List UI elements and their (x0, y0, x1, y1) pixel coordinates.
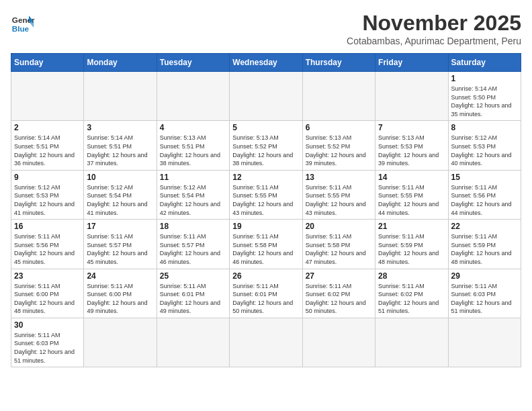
sunset-label: Sunset: 6:00 PM (87, 291, 132, 298)
sunrise-label: Sunrise: 5:11 AM (87, 233, 133, 240)
day-number: 17 (87, 222, 153, 231)
calendar-cell: 25 Sunrise: 5:11 AM Sunset: 6:01 PM Dayl… (157, 269, 229, 318)
daylight-label: Daylight: 12 hours and 45 minutes. (14, 250, 75, 265)
day-info: Sunrise: 5:11 AM Sunset: 6:00 PM Dayligh… (14, 282, 81, 316)
daylight-label: Daylight: 12 hours and 46 minutes. (232, 250, 293, 265)
sunrise-label: Sunrise: 5:11 AM (451, 184, 498, 191)
calendar-cell (11, 72, 84, 121)
header-tuesday: Tuesday (157, 54, 229, 72)
day-info: Sunrise: 5:11 AM Sunset: 5:55 PM Dayligh… (378, 183, 445, 217)
sunset-label: Sunset: 5:51 PM (14, 143, 59, 150)
day-info: Sunrise: 5:13 AM Sunset: 5:52 PM Dayligh… (232, 134, 299, 167)
calendar-cell: 5 Sunrise: 5:13 AM Sunset: 5:52 PM Dayli… (230, 121, 302, 170)
daylight-label: Daylight: 12 hours and 39 minutes. (378, 152, 439, 167)
daylight-label: Daylight: 12 hours and 51 minutes. (451, 300, 512, 315)
logo: General Blue (11, 11, 35, 35)
daylight-label: Daylight: 12 hours and 38 minutes. (232, 152, 293, 167)
sunrise-label: Sunrise: 5:14 AM (451, 85, 498, 92)
sunset-label: Sunset: 5:55 PM (232, 192, 277, 199)
day-number: 20 (306, 222, 372, 231)
day-number: 15 (451, 173, 518, 182)
header-saturday: Saturday (448, 54, 521, 72)
svg-marker-3 (29, 21, 34, 28)
calendar-cell (230, 72, 302, 121)
day-info: Sunrise: 5:12 AM Sunset: 5:54 PM Dayligh… (160, 183, 226, 217)
day-number: 25 (160, 271, 226, 281)
day-info: Sunrise: 5:11 AM Sunset: 5:56 PM Dayligh… (14, 232, 81, 266)
day-info: Sunrise: 5:11 AM Sunset: 5:55 PM Dayligh… (306, 183, 372, 217)
day-number: 2 (14, 123, 81, 132)
calendar-cell: 4 Sunrise: 5:13 AM Sunset: 5:51 PM Dayli… (157, 121, 229, 170)
day-number: 13 (306, 173, 372, 182)
calendar-cell (230, 318, 302, 367)
sunrise-label: Sunrise: 5:12 AM (451, 134, 498, 141)
day-number: 12 (232, 173, 299, 182)
calendar-cell: 16 Sunrise: 5:11 AM Sunset: 5:56 PM Dayl… (11, 220, 84, 269)
sunset-label: Sunset: 5:58 PM (232, 242, 277, 248)
sunrise-label: Sunrise: 5:13 AM (160, 134, 206, 141)
calendar-row: 30 Sunrise: 5:11 AM Sunset: 6:03 PM Dayl… (11, 318, 521, 367)
daylight-label: Daylight: 12 hours and 49 minutes. (160, 300, 220, 315)
daylight-label: Daylight: 12 hours and 48 minutes. (14, 300, 75, 315)
header-wednesday: Wednesday (230, 54, 302, 72)
daylight-label: Daylight: 12 hours and 51 minutes. (378, 300, 439, 315)
header-area: General Blue November 2025 Cotabambas, A… (11, 11, 521, 46)
calendar-cell: 29 Sunrise: 5:11 AM Sunset: 6:03 PM Dayl… (448, 269, 521, 318)
sunrise-label: Sunrise: 5:11 AM (14, 233, 60, 240)
calendar-cell: 13 Sunrise: 5:11 AM Sunset: 5:55 PM Dayl… (302, 170, 375, 219)
calendar-cell (84, 72, 157, 121)
calendar-cell: 21 Sunrise: 5:11 AM Sunset: 5:59 PM Dayl… (375, 220, 448, 269)
sunrise-label: Sunrise: 5:11 AM (160, 283, 206, 289)
sunrise-label: Sunrise: 5:11 AM (378, 233, 425, 240)
calendar-cell: 6 Sunrise: 5:13 AM Sunset: 5:52 PM Dayli… (302, 121, 375, 170)
day-number: 18 (160, 222, 226, 231)
daylight-label: Daylight: 12 hours and 45 minutes. (87, 250, 147, 265)
daylight-label: Daylight: 12 hours and 44 minutes. (378, 201, 439, 216)
day-info: Sunrise: 5:11 AM Sunset: 6:01 PM Dayligh… (232, 282, 299, 316)
sunrise-label: Sunrise: 5:11 AM (306, 184, 352, 191)
day-number: 21 (378, 222, 445, 231)
sunset-label: Sunset: 6:03 PM (451, 291, 496, 298)
header-thursday: Thursday (302, 54, 375, 72)
calendar-cell (375, 72, 448, 121)
sunset-label: Sunset: 5:59 PM (378, 242, 423, 248)
day-number: 27 (306, 271, 372, 281)
daylight-label: Daylight: 12 hours and 44 minutes. (451, 201, 512, 216)
calendar-cell (448, 318, 521, 367)
calendar-cell: 24 Sunrise: 5:11 AM Sunset: 6:00 PM Dayl… (84, 269, 157, 318)
day-number: 30 (14, 320, 81, 330)
sunset-label: Sunset: 5:54 PM (160, 192, 205, 199)
calendar-cell (302, 72, 375, 121)
sunset-label: Sunset: 5:58 PM (306, 242, 351, 248)
day-number: 5 (232, 123, 299, 132)
day-info: Sunrise: 5:11 AM Sunset: 5:58 PM Dayligh… (232, 232, 299, 266)
day-number: 4 (160, 123, 226, 132)
day-info: Sunrise: 5:11 AM Sunset: 5:58 PM Dayligh… (306, 232, 372, 266)
sunrise-label: Sunrise: 5:13 AM (306, 134, 352, 141)
sunrise-label: Sunrise: 5:11 AM (14, 332, 60, 338)
calendar-row: 2 Sunrise: 5:14 AM Sunset: 5:51 PM Dayli… (11, 121, 521, 170)
calendar-cell: 7 Sunrise: 5:13 AM Sunset: 5:53 PM Dayli… (375, 121, 448, 170)
calendar-row: 16 Sunrise: 5:11 AM Sunset: 5:56 PM Dayl… (11, 220, 521, 269)
daylight-label: Daylight: 12 hours and 41 minutes. (87, 201, 147, 216)
day-info: Sunrise: 5:14 AM Sunset: 5:51 PM Dayligh… (14, 134, 81, 167)
sunrise-label: Sunrise: 5:12 AM (160, 184, 206, 191)
sunset-label: Sunset: 5:55 PM (378, 192, 423, 199)
day-info: Sunrise: 5:14 AM Sunset: 5:50 PM Dayligh… (451, 85, 518, 118)
sunrise-label: Sunrise: 5:14 AM (87, 134, 133, 141)
calendar-cell: 14 Sunrise: 5:11 AM Sunset: 5:55 PM Dayl… (375, 170, 448, 219)
calendar-cell (157, 72, 229, 121)
daylight-label: Daylight: 12 hours and 46 minutes. (160, 250, 220, 265)
sunset-label: Sunset: 6:03 PM (14, 340, 59, 347)
sunrise-label: Sunrise: 5:11 AM (451, 283, 498, 289)
sunset-label: Sunset: 5:56 PM (451, 192, 496, 199)
calendar-cell: 26 Sunrise: 5:11 AM Sunset: 6:01 PM Dayl… (230, 269, 302, 318)
sunset-label: Sunset: 5:56 PM (14, 242, 59, 248)
day-number: 1 (451, 74, 518, 83)
day-number: 26 (232, 271, 299, 281)
calendar-cell (157, 318, 229, 367)
day-info: Sunrise: 5:11 AM Sunset: 5:59 PM Dayligh… (378, 232, 445, 266)
logo-icon: General Blue (11, 11, 35, 35)
daylight-label: Daylight: 12 hours and 37 minutes. (87, 152, 147, 167)
calendar-cell: 17 Sunrise: 5:11 AM Sunset: 5:57 PM Dayl… (84, 220, 157, 269)
